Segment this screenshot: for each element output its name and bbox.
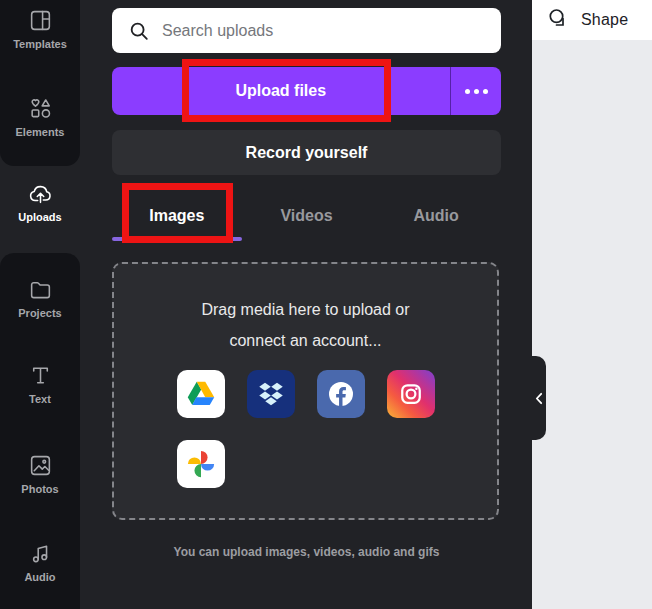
- sidebar-item-uploads[interactable]: Uploads: [0, 181, 80, 223]
- active-tab-underline: [112, 237, 242, 241]
- google-drive-icon: [186, 379, 216, 409]
- connect-facebook-button[interactable]: [317, 370, 365, 418]
- uploads-icon: [28, 181, 53, 206]
- google-photos-icon: [186, 449, 216, 479]
- sidebar-item-label: Uploads: [18, 211, 61, 223]
- sidebar-item-templates[interactable]: Templates: [0, 8, 80, 50]
- sidebar-item-label: Templates: [13, 38, 67, 50]
- search-icon: [128, 20, 150, 42]
- sidebar-item-label: Text: [29, 393, 51, 405]
- sidebar-item-elements[interactable]: Elements: [0, 96, 80, 138]
- templates-icon: [28, 8, 53, 33]
- connect-instagram-button[interactable]: [387, 370, 435, 418]
- audio-icon: [28, 541, 53, 566]
- facebook-icon: [326, 379, 356, 409]
- projects-icon: [28, 277, 53, 302]
- panel-collapse-handle[interactable]: [532, 356, 546, 440]
- elements-icon: [28, 96, 53, 121]
- sidebar-item-audio[interactable]: Audio: [0, 541, 80, 583]
- connect-google-photos-button[interactable]: [177, 440, 225, 488]
- sidebar-item-label: Elements: [16, 126, 65, 138]
- upload-hint-caption: You can upload images, videos, audio and…: [112, 545, 501, 559]
- connect-account-icons: [177, 370, 435, 488]
- connect-dropbox-button[interactable]: [247, 370, 295, 418]
- dropzone-text: Drag media here to upload or connect an …: [114, 294, 497, 356]
- text-icon: [28, 363, 53, 388]
- upload-dropzone[interactable]: Drag media here to upload or connect an …: [112, 262, 499, 520]
- dropbox-icon: [256, 379, 286, 409]
- photos-icon: [28, 453, 53, 478]
- sidebar-item-projects[interactable]: Projects: [0, 277, 80, 319]
- sidebar-item-text[interactable]: Text: [0, 363, 80, 405]
- upload-bar: Upload files: [112, 67, 501, 115]
- shape-tool-icon: [547, 8, 571, 32]
- canvas-toolbar-label: Shape: [581, 11, 628, 29]
- sidebar-item-label: Photos: [21, 483, 58, 495]
- record-yourself-button[interactable]: Record yourself: [112, 130, 501, 175]
- media-type-tabs: Images Videos Audio: [112, 190, 501, 241]
- sidebar-item-label: Projects: [18, 307, 61, 319]
- chevron-left-icon: [535, 392, 543, 405]
- tab-audio[interactable]: Audio: [371, 190, 501, 241]
- more-options-button[interactable]: [451, 67, 501, 115]
- tab-videos[interactable]: Videos: [242, 190, 372, 241]
- canvas-toolbar-shape[interactable]: Shape: [532, 0, 652, 40]
- connect-google-drive-button[interactable]: [177, 370, 225, 418]
- upload-files-button[interactable]: Upload files: [112, 67, 450, 115]
- search-input[interactable]: [162, 22, 501, 40]
- tab-images[interactable]: Images: [112, 190, 242, 241]
- search-box: [112, 8, 501, 53]
- sidebar-item-label: Audio: [24, 571, 55, 583]
- instagram-icon: [396, 379, 426, 409]
- sidebar-item-photos[interactable]: Photos: [0, 453, 80, 495]
- canvas-background: [532, 0, 652, 609]
- more-options-icon: [465, 89, 470, 94]
